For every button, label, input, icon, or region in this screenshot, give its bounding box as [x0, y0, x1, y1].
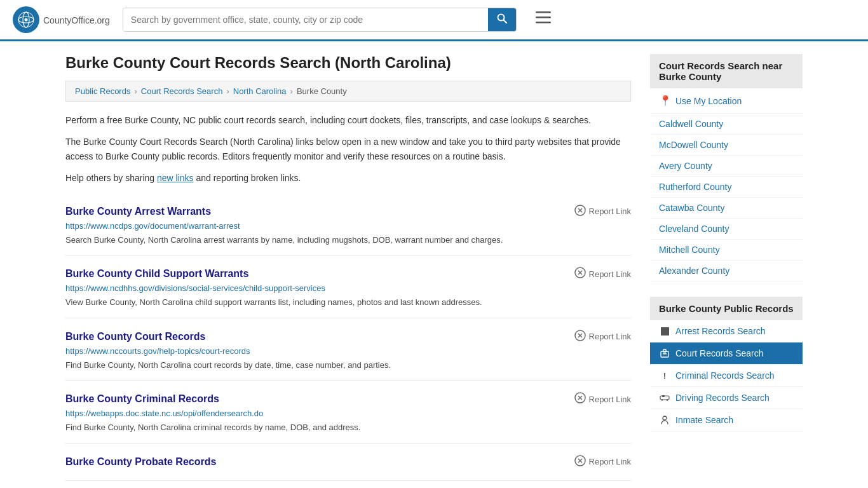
svg-rect-8 [536, 22, 551, 24]
sidebar-nearby-section: Court Records Search near Burke County 📍… [650, 54, 803, 281]
svg-rect-31 [662, 395, 665, 397]
svg-point-29 [661, 399, 663, 401]
breadcrumb-sep-2: › [226, 86, 229, 96]
svg-rect-6 [536, 11, 551, 13]
sidebar: Court Records Search near Burke County 📍… [650, 54, 803, 481]
result-title-4[interactable]: Burke County Probate Records [65, 456, 216, 468]
svg-rect-25 [663, 349, 666, 352]
report-link-2[interactable]: Report Link [574, 330, 631, 344]
criminal-records-icon: ! [659, 371, 670, 380]
main-container: Burke County Court Records Search (North… [53, 41, 815, 488]
result-header-4: Burke County Probate Records Report Link [65, 455, 631, 469]
result-url-3: https://webapps.doc.state.nc.us/opi/offe… [65, 409, 631, 418]
svg-line-5 [503, 20, 506, 24]
sidebar-use-my-location[interactable]: 📍 Use My Location [650, 88, 803, 114]
sidebar-public-records-section: Burke County Public Records Arrest Recor… [650, 297, 803, 431]
svg-point-32 [663, 416, 667, 420]
result-desc-1: View Burke County, North Carolina child … [65, 296, 631, 309]
description-1: Perform a free Burke County, NC public c… [65, 113, 631, 127]
breadcrumb-public-records[interactable]: Public Records [75, 86, 130, 96]
report-icon-3 [574, 392, 586, 406]
search-input[interactable] [123, 8, 488, 31]
sidebar-public-records-title: Burke County Public Records [650, 297, 803, 320]
description-3: Help others by sharing new links and rep… [65, 171, 631, 185]
report-icon-1 [574, 267, 586, 281]
result-title-0[interactable]: Burke County Arrest Warrants [65, 206, 211, 217]
arrest-records-icon [659, 327, 670, 336]
result-desc-2: Find Burke County, North Carolina court … [65, 359, 631, 372]
result-item-0: Burke County Arrest Warrants Report Link… [65, 193, 631, 256]
sidebar-court-records[interactable]: Court Records Search [650, 342, 803, 365]
sidebar-driving-records[interactable]: Driving Records Search [650, 387, 803, 409]
result-url-2: https://www.nccourts.gov/help-topics/cou… [65, 346, 631, 356]
result-header-3: Burke County Criminal Records Report Lin… [65, 392, 631, 406]
logo-link[interactable]: CountyOffice.org [13, 6, 110, 33]
result-item-1: Burke County Child Support Warrants Repo… [65, 255, 631, 318]
breadcrumb-sep-3: › [290, 86, 293, 96]
sidebar-arrest-records[interactable]: Arrest Records Search [650, 320, 803, 342]
result-title-3[interactable]: Burke County Criminal Records [65, 393, 219, 405]
breadcrumb-burke-county: Burke County [297, 86, 347, 96]
logo-icon [13, 6, 39, 33]
result-item-2: Burke County Court Records Report Link h… [65, 318, 631, 381]
breadcrumb-court-records-search[interactable]: Court Records Search [141, 86, 223, 96]
new-links-link[interactable]: new links [157, 173, 194, 183]
report-icon-4 [574, 455, 586, 469]
result-header-2: Burke County Court Records Report Link [65, 330, 631, 344]
result-header-1: Burke County Child Support Warrants Repo… [65, 267, 631, 281]
report-link-4[interactable]: Report Link [574, 455, 631, 469]
breadcrumb: Public Records › Court Records Search › … [65, 81, 631, 102]
inmate-search-icon [659, 416, 670, 424]
sidebar-nearby-title: Court Records Search near Burke County [650, 54, 803, 88]
result-item-4: Burke County Probate Records Report Link [65, 444, 631, 481]
breadcrumb-sep-1: › [134, 86, 137, 96]
sidebar-county-0[interactable]: Caldwell County [650, 114, 803, 135]
logo-text: CountyOffice.org [43, 13, 110, 27]
result-title-2[interactable]: Burke County Court Records [65, 331, 205, 342]
page-title: Burke County Court Records Search (North… [65, 54, 631, 72]
result-desc-3: Find Burke County, North Carolina crimin… [65, 421, 631, 434]
report-link-1[interactable]: Report Link [574, 267, 631, 281]
driving-records-icon [659, 393, 670, 402]
location-pin-icon: 📍 [659, 95, 672, 107]
sidebar-county-1[interactable]: McDowell County [650, 135, 803, 156]
report-link-3[interactable]: Report Link [574, 392, 631, 406]
report-icon-2 [574, 330, 586, 344]
sidebar-county-5[interactable]: Cleveland County [650, 219, 803, 240]
search-button[interactable] [488, 8, 516, 31]
svg-point-30 [667, 399, 668, 401]
svg-point-3 [25, 18, 28, 22]
sidebar-county-7[interactable]: Alexander County [650, 261, 803, 281]
report-link-0[interactable]: Report Link [574, 205, 631, 219]
hamburger-menu-icon[interactable] [536, 11, 551, 28]
breadcrumb-north-carolina[interactable]: North Carolina [233, 86, 287, 96]
sidebar-county-3[interactable]: Rutherford County [650, 177, 803, 198]
result-url-1: https://www.ncdhhs.gov/divisions/social-… [65, 283, 631, 293]
sidebar-criminal-records[interactable]: ! Criminal Records Search [650, 365, 803, 387]
description-2: The Burke County Court Records Search (N… [65, 135, 631, 163]
content-area: Burke County Court Records Search (North… [65, 54, 631, 481]
report-icon-0 [574, 205, 586, 219]
header: CountyOffice.org [0, 0, 868, 41]
sidebar-county-6[interactable]: Mitchell County [650, 240, 803, 261]
result-url-0: https://www.ncdps.gov/document/warrant-a… [65, 221, 631, 231]
result-title-1[interactable]: Burke County Child Support Warrants [65, 268, 248, 280]
svg-rect-7 [536, 17, 551, 18]
sidebar-county-4[interactable]: Catawba County [650, 198, 803, 219]
court-records-icon [659, 349, 670, 358]
search-bar [123, 8, 517, 32]
result-item-3: Burke County Criminal Records Report Lin… [65, 381, 631, 444]
result-desc-0: Search Burke County, North Carolina arre… [65, 234, 631, 247]
result-header-0: Burke County Arrest Warrants Report Link [65, 205, 631, 219]
sidebar-county-2[interactable]: Avery County [650, 156, 803, 177]
sidebar-inmate-search[interactable]: Inmate Search [650, 409, 803, 431]
results-list: Burke County Arrest Warrants Report Link… [65, 193, 631, 481]
